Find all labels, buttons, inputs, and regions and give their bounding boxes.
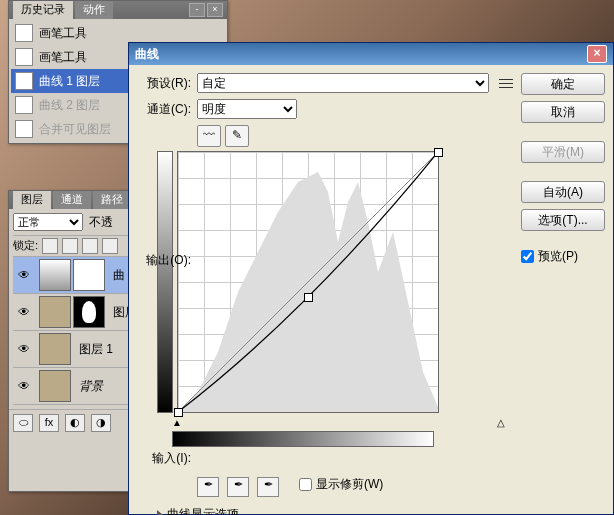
layer-row[interactable]: 👁 图层 (13, 294, 137, 331)
show-clipping-label: 显示修剪(W) (316, 477, 383, 491)
lock-position-icon[interactable] (82, 238, 98, 254)
preset-menu-icon[interactable] (499, 77, 513, 89)
layer-row[interactable]: 👁 曲 (13, 257, 137, 294)
layer-thumb[interactable] (39, 259, 71, 291)
curves-icon (15, 72, 33, 90)
layer-thumb[interactable] (39, 333, 71, 365)
channel-label: 通道(C): (137, 102, 191, 116)
input-gradient (172, 431, 434, 447)
fx-icon[interactable]: fx (39, 414, 59, 432)
preview-checkbox[interactable]: 预览(P) (521, 249, 605, 263)
preset-select[interactable]: 自定 (197, 73, 489, 93)
mask-thumb[interactable] (73, 259, 105, 291)
layer-name: 背景 (75, 379, 103, 393)
ok-button[interactable]: 确定 (521, 73, 605, 95)
lock-transparent-icon[interactable] (42, 238, 58, 254)
pencil-tool-icon[interactable]: ✎ (225, 125, 249, 147)
layer-name: 图层 1 (75, 342, 113, 356)
lock-all-icon[interactable] (102, 238, 118, 254)
curve-tool-icon[interactable]: 〰 (197, 125, 221, 147)
expand-label: 曲线显示选项 (167, 507, 239, 515)
curve-graph[interactable] (177, 151, 439, 413)
mask-thumb[interactable] (73, 296, 105, 328)
smooth-button[interactable]: 平滑(M) (521, 141, 605, 163)
adjustment-icon[interactable]: ◑ (91, 414, 111, 432)
tab-channels[interactable]: 通道 (53, 191, 91, 208)
expand-arrow-icon (157, 510, 163, 515)
opacity-label: 不透 (89, 215, 113, 229)
curve-svg (178, 152, 438, 412)
blend-mode-select[interactable]: 正常 (13, 213, 83, 231)
dialog-titlebar[interactable]: 曲线 × (129, 43, 613, 65)
curve-point[interactable] (304, 293, 313, 302)
layers-footer: ⬭ fx ◐ ◑ (9, 409, 141, 436)
gray-point-eyedropper-icon[interactable]: ✒ (227, 477, 249, 497)
merge-icon (15, 120, 33, 138)
history-label: 画笔工具 (39, 26, 87, 40)
cancel-button[interactable]: 取消 (521, 101, 605, 123)
visibility-icon[interactable]: 👁 (13, 342, 35, 356)
history-tabs: 历史记录 动作 -× (9, 1, 227, 19)
lock-row: 锁定: (13, 235, 137, 257)
close-icon[interactable]: × (207, 3, 223, 17)
visibility-icon[interactable]: 👁 (13, 305, 35, 319)
brush-icon (15, 48, 33, 66)
tab-paths[interactable]: 路径 (93, 191, 131, 208)
curves-icon (15, 96, 33, 114)
options-button[interactable]: 选项(T)... (521, 209, 605, 231)
curve-point[interactable] (434, 148, 443, 157)
output-label: 输出(O): (137, 253, 191, 267)
lock-pixels-icon[interactable] (62, 238, 78, 254)
layers-tabs: 图层 通道 路径 (9, 191, 141, 209)
curves-dialog: 曲线 × 预设(R): 自定 通道(C): 明度 〰 ✎ 输出(O): (128, 42, 614, 515)
layer-row[interactable]: 👁 图层 1 (13, 331, 137, 368)
preset-label: 预设(R): (137, 76, 191, 90)
history-label: 曲线 1 图层 (39, 74, 100, 88)
link-icon[interactable]: ⬭ (13, 414, 33, 432)
brush-icon (15, 24, 33, 42)
layer-thumb[interactable] (39, 296, 71, 328)
output-gradient (157, 151, 173, 413)
curve-point[interactable] (174, 408, 183, 417)
preview-label: 预览(P) (538, 249, 578, 263)
black-point-eyedropper-icon[interactable]: ✒ (197, 477, 219, 497)
mask-icon[interactable]: ◐ (65, 414, 85, 432)
minimize-icon[interactable]: - (189, 3, 205, 17)
layers-panel: 图层 通道 路径 正常 不透 锁定: 👁 曲 👁 图层 👁 图层 1 👁 背景 … (8, 190, 142, 492)
history-label: 合并可见图层 (39, 122, 111, 136)
layer-row[interactable]: 👁 背景 (13, 368, 137, 405)
tab-history[interactable]: 历史记录 (13, 1, 73, 18)
show-clipping-checkbox[interactable]: 显示修剪(W) (299, 477, 383, 491)
auto-button[interactable]: 自动(A) (521, 181, 605, 203)
white-point-eyedropper-icon[interactable]: ✒ (257, 477, 279, 497)
input-label: 输入(I): (137, 451, 191, 465)
dialog-title: 曲线 (135, 47, 159, 61)
channel-select[interactable]: 明度 (197, 99, 297, 119)
tab-actions[interactable]: 动作 (75, 1, 113, 18)
visibility-icon[interactable]: 👁 (13, 268, 35, 282)
tab-layers[interactable]: 图层 (13, 191, 51, 208)
visibility-icon[interactable]: 👁 (13, 379, 35, 393)
close-icon[interactable]: × (587, 45, 607, 63)
layer-thumb[interactable] (39, 370, 71, 402)
lock-label: 锁定: (13, 239, 38, 252)
curve-display-options-toggle[interactable]: 曲线显示选项 (157, 507, 513, 515)
history-label: 曲线 2 图层 (39, 98, 100, 112)
layer-name: 曲 (109, 268, 125, 282)
history-label: 画笔工具 (39, 50, 87, 64)
eyedroppers: ✒ ✒ ✒ (197, 477, 279, 497)
